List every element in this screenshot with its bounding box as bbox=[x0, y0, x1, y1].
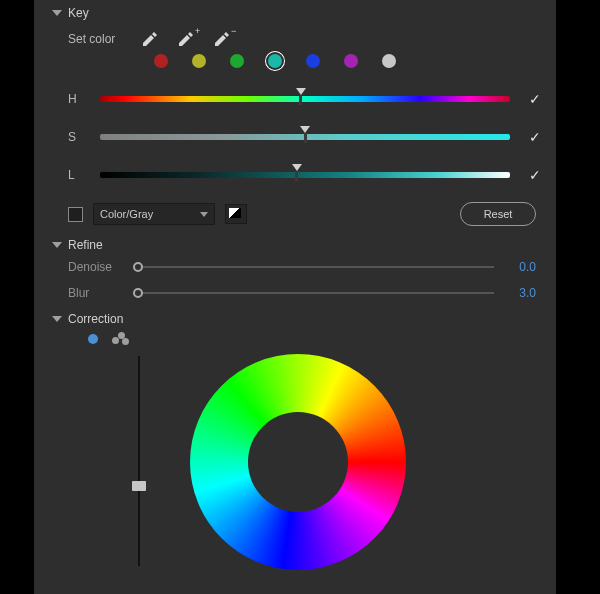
hue-label: H bbox=[68, 92, 82, 106]
luma-slider[interactable] bbox=[138, 356, 140, 566]
blur-value[interactable]: 3.0 bbox=[506, 286, 536, 300]
section-key-header[interactable]: Key bbox=[34, 0, 556, 22]
swatch[interactable] bbox=[306, 54, 320, 68]
sat-checkbox[interactable]: ✓ bbox=[528, 130, 542, 144]
color-gray-dropdown[interactable]: Color/Gray bbox=[93, 203, 215, 225]
sat-slider[interactable] bbox=[100, 134, 510, 140]
mode-three-way-icon[interactable] bbox=[112, 332, 130, 346]
section-refine-header[interactable]: Refine bbox=[34, 232, 556, 254]
denoise-thumb[interactable] bbox=[133, 262, 143, 272]
eyedropper-subtract-icon[interactable]: − bbox=[213, 30, 231, 48]
hue-checkbox[interactable]: ✓ bbox=[528, 92, 542, 106]
swatch[interactable] bbox=[344, 54, 358, 68]
light-checkbox[interactable]: ✓ bbox=[528, 168, 542, 182]
blur-label: Blur bbox=[68, 286, 126, 300]
reset-button[interactable]: Reset bbox=[460, 202, 536, 226]
luma-thumb[interactable] bbox=[132, 481, 146, 491]
swatch[interactable] bbox=[268, 54, 282, 68]
section-title: Key bbox=[68, 6, 89, 20]
blur-slider[interactable] bbox=[138, 292, 494, 294]
eyedropper-icon[interactable] bbox=[141, 30, 159, 48]
chevron-down-icon bbox=[52, 10, 62, 16]
chevron-down-icon bbox=[52, 316, 62, 322]
chevron-down-icon bbox=[52, 242, 62, 248]
mode-single-icon[interactable] bbox=[88, 334, 98, 344]
swatch[interactable] bbox=[154, 54, 168, 68]
swatch-row bbox=[34, 50, 556, 80]
set-color-label: Set color bbox=[68, 32, 115, 46]
hue-slider[interactable] bbox=[100, 96, 510, 102]
denoise-value[interactable]: 0.0 bbox=[506, 260, 536, 274]
reset-button-label: Reset bbox=[484, 208, 513, 220]
light-slider[interactable] bbox=[100, 172, 510, 178]
swatch[interactable] bbox=[230, 54, 244, 68]
denoise-slider[interactable] bbox=[138, 266, 494, 268]
light-thumb[interactable] bbox=[292, 164, 302, 181]
color-gray-label: Color/Gray bbox=[100, 208, 153, 220]
swatch[interactable] bbox=[382, 54, 396, 68]
section-title: Correction bbox=[68, 312, 123, 326]
chevron-down-icon bbox=[200, 212, 208, 217]
eyedropper-add-icon[interactable]: + bbox=[177, 30, 195, 48]
sat-thumb[interactable] bbox=[300, 126, 310, 143]
color-gray-checkbox[interactable] bbox=[68, 207, 83, 222]
section-correction-header[interactable]: Correction bbox=[34, 306, 556, 328]
light-label: L bbox=[68, 168, 82, 182]
swatch[interactable] bbox=[192, 54, 206, 68]
blur-thumb[interactable] bbox=[133, 288, 143, 298]
hue-thumb[interactable] bbox=[296, 88, 306, 105]
section-title: Refine bbox=[68, 238, 103, 252]
denoise-label: Denoise bbox=[68, 260, 126, 274]
color-wheel[interactable] bbox=[190, 354, 406, 570]
invert-icon[interactable] bbox=[225, 204, 247, 224]
sat-label: S bbox=[68, 130, 82, 144]
